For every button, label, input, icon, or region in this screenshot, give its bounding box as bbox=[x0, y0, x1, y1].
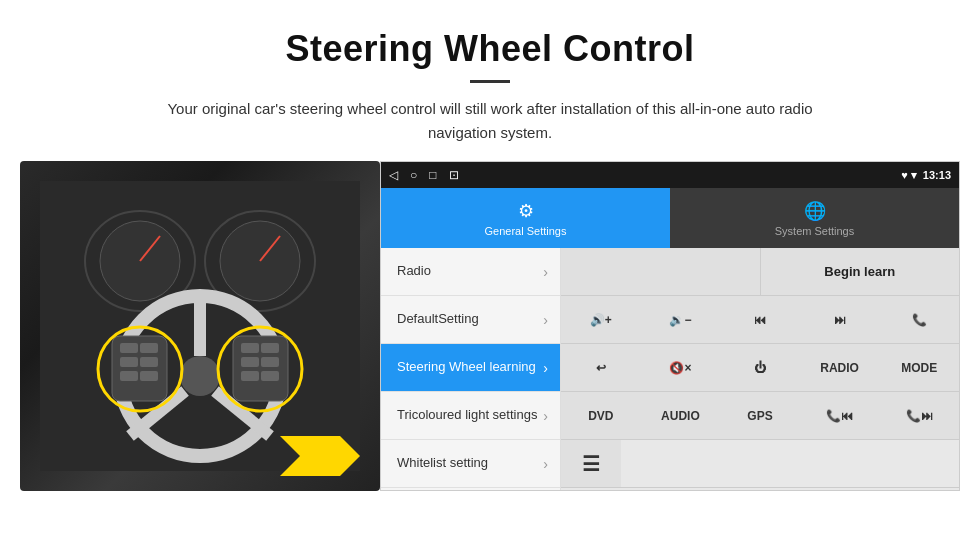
svg-rect-16 bbox=[140, 357, 158, 367]
menu-item-default-setting[interactable]: DefaultSetting › bbox=[381, 296, 560, 344]
chevron-icon: › bbox=[543, 456, 548, 472]
svg-rect-22 bbox=[241, 357, 259, 367]
svg-rect-24 bbox=[241, 371, 259, 381]
right-controls: Begin learn 🔊+ 🔉− ⏮ bbox=[561, 248, 959, 490]
audio-label: AUDIO bbox=[661, 409, 700, 423]
menu-item-tricoloured[interactable]: Tricoloured light settings › bbox=[381, 392, 560, 440]
call-prev-button[interactable]: 📞⏮ bbox=[800, 392, 880, 439]
dvd-button[interactable]: DVD bbox=[561, 392, 641, 439]
tab-general-label: General Settings bbox=[485, 225, 567, 237]
svg-rect-18 bbox=[140, 371, 158, 381]
btn-row-2: ↩ 🔇× ⏻ RADIO MODE bbox=[561, 344, 959, 392]
mode-button[interactable]: MODE bbox=[879, 344, 959, 391]
system-settings-icon: 🌐 bbox=[804, 200, 826, 222]
prev-track-button[interactable]: ⏮ bbox=[720, 296, 800, 343]
power-icon: ⏻ bbox=[754, 361, 766, 375]
screenshot-icon[interactable]: ⊡ bbox=[449, 168, 459, 182]
prev-track-icon: ⏮ bbox=[754, 313, 766, 327]
menu-item-radio[interactable]: Radio › bbox=[381, 248, 560, 296]
title-divider bbox=[470, 80, 510, 83]
next-track-icon: ⏭ bbox=[834, 313, 846, 327]
vol-down-icon: 🔉− bbox=[669, 313, 691, 327]
menu-icon-button[interactable]: ☰ bbox=[561, 440, 621, 487]
top-controls-row: Begin learn bbox=[561, 248, 959, 296]
next-track-button[interactable]: ⏭ bbox=[800, 296, 880, 343]
svg-rect-25 bbox=[261, 371, 279, 381]
svg-rect-14 bbox=[140, 343, 158, 353]
tab-system-settings[interactable]: 🌐 System Settings bbox=[670, 188, 959, 248]
begin-learn-button[interactable]: Begin learn bbox=[761, 248, 960, 295]
tab-system-label: System Settings bbox=[775, 225, 854, 237]
empty-input-box bbox=[561, 248, 761, 295]
gps-button[interactable]: GPS bbox=[720, 392, 800, 439]
btn-row-4: ☰ bbox=[561, 440, 959, 488]
chevron-icon: › bbox=[543, 264, 548, 280]
svg-rect-20 bbox=[241, 343, 259, 353]
status-bar-right: ♥ ▾ 13:13 bbox=[901, 169, 951, 182]
tab-bar: ⚙ General Settings 🌐 System Settings bbox=[381, 188, 959, 248]
btn-row-1: 🔊+ 🔉− ⏮ ⏭ 📞 bbox=[561, 296, 959, 344]
signal-icon: ♥ ▾ bbox=[901, 169, 917, 182]
svg-rect-13 bbox=[120, 343, 138, 353]
svg-rect-23 bbox=[261, 357, 279, 367]
left-menu: Radio › DefaultSetting › Steering Wheel … bbox=[381, 248, 561, 490]
car-image bbox=[20, 161, 380, 491]
menu-item-whitelist[interactable]: Whitelist setting › bbox=[381, 440, 560, 488]
page-title: Steering Wheel Control bbox=[40, 28, 940, 70]
car-image-bg bbox=[20, 161, 380, 491]
status-bar: ◁ ○ □ ⊡ ♥ ▾ 13:13 bbox=[381, 162, 959, 188]
chevron-icon: › bbox=[543, 312, 548, 328]
mute-icon: 🔇× bbox=[669, 361, 691, 375]
page: Steering Wheel Control Your original car… bbox=[0, 0, 980, 491]
hang-up-icon: ↩ bbox=[596, 361, 606, 375]
audio-button[interactable]: AUDIO bbox=[641, 392, 721, 439]
phone-icon: 📞 bbox=[912, 313, 927, 327]
vol-down-button[interactable]: 🔉− bbox=[641, 296, 721, 343]
back-icon[interactable]: ◁ bbox=[389, 168, 398, 182]
general-settings-icon: ⚙ bbox=[518, 200, 534, 222]
svg-point-8 bbox=[180, 356, 220, 396]
time-display: 13:13 bbox=[923, 169, 951, 181]
chevron-icon: › bbox=[543, 360, 548, 376]
menu-item-tricoloured-label: Tricoloured light settings bbox=[397, 407, 543, 424]
menu-item-radio-label: Radio bbox=[397, 263, 543, 280]
gps-label: GPS bbox=[747, 409, 772, 423]
home-icon[interactable]: ○ bbox=[410, 168, 417, 182]
menu-item-default-label: DefaultSetting bbox=[397, 311, 543, 328]
btn-row-3: DVD AUDIO GPS 📞⏮ 📞⏭ bbox=[561, 392, 959, 440]
svg-rect-15 bbox=[120, 357, 138, 367]
svg-rect-21 bbox=[261, 343, 279, 353]
vol-up-button[interactable]: 🔊+ bbox=[561, 296, 641, 343]
mode-label: MODE bbox=[901, 361, 937, 375]
chevron-icon: › bbox=[543, 408, 548, 424]
page-subtitle: Your original car's steering wheel contr… bbox=[150, 97, 830, 145]
vol-up-icon: 🔊+ bbox=[590, 313, 612, 327]
phone-button[interactable]: 📞 bbox=[879, 296, 959, 343]
mute-button[interactable]: 🔇× bbox=[641, 344, 721, 391]
call-next-icon: 📞⏭ bbox=[906, 409, 933, 423]
recents-icon[interactable]: □ bbox=[429, 168, 436, 182]
dvd-label: DVD bbox=[588, 409, 613, 423]
tab-general-settings[interactable]: ⚙ General Settings bbox=[381, 188, 670, 248]
main-content: ◁ ○ □ ⊡ ♥ ▾ 13:13 ⚙ General Settings 🌐 bbox=[20, 161, 960, 491]
menu-item-steering-wheel[interactable]: Steering Wheel learning › bbox=[381, 344, 560, 392]
page-header: Steering Wheel Control Your original car… bbox=[0, 0, 980, 161]
steering-wheel-svg bbox=[40, 176, 360, 476]
menu-icon: ☰ bbox=[582, 452, 600, 476]
status-bar-left: ◁ ○ □ ⊡ bbox=[389, 168, 459, 182]
call-prev-icon: 📞⏮ bbox=[826, 409, 853, 423]
call-next-button[interactable]: 📞⏭ bbox=[879, 392, 959, 439]
content-area: Radio › DefaultSetting › Steering Wheel … bbox=[381, 248, 959, 490]
radio-button[interactable]: RADIO bbox=[800, 344, 880, 391]
menu-item-whitelist-label: Whitelist setting bbox=[397, 455, 543, 472]
android-panel: ◁ ○ □ ⊡ ♥ ▾ 13:13 ⚙ General Settings 🌐 bbox=[380, 161, 960, 491]
menu-item-steering-label: Steering Wheel learning bbox=[397, 359, 543, 376]
hang-up-button[interactable]: ↩ bbox=[561, 344, 641, 391]
radio-label: RADIO bbox=[820, 361, 859, 375]
svg-rect-17 bbox=[120, 371, 138, 381]
power-button[interactable]: ⏻ bbox=[720, 344, 800, 391]
